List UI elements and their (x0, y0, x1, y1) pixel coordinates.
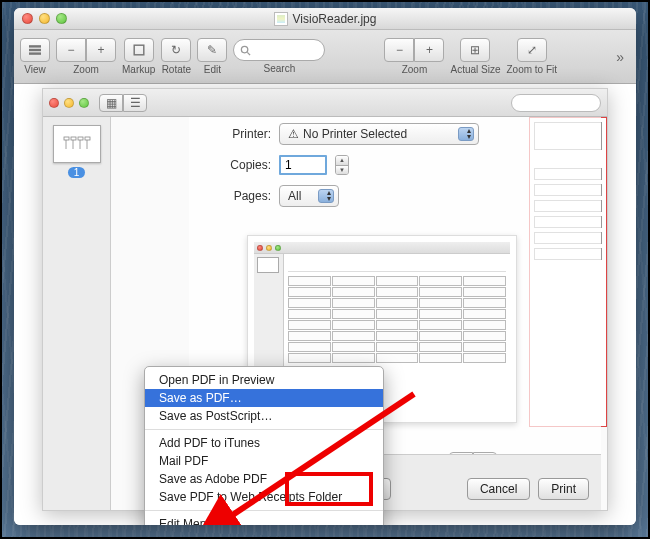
view-button[interactable] (20, 38, 50, 62)
edit-label: Edit (204, 64, 221, 75)
sub-zoom-button[interactable] (79, 98, 89, 108)
zoom-to-fit-label: Zoom to Fit (507, 64, 558, 75)
markup-button[interactable] (124, 38, 154, 62)
copies-input[interactable] (279, 155, 327, 175)
menu-edit-menu[interactable]: Edit Menu… (145, 515, 383, 525)
pages-value: All (288, 189, 301, 203)
zoom-out-button[interactable]: − (56, 38, 86, 62)
toolbar-search[interactable] (233, 39, 325, 61)
overflow-chevron-icon[interactable]: » (616, 49, 630, 65)
menu-open-pdf-preview[interactable]: Open PDF in Preview (145, 371, 383, 389)
markup-label: Markup (122, 64, 155, 75)
stepper-down-icon: ▼ (336, 166, 348, 175)
svg-rect-3 (134, 45, 144, 55)
sub-toolbar: ▦ ☰ View Search (43, 89, 607, 117)
actual-size-label: Actual Size (450, 64, 500, 75)
thumbnail-page-number: 1 (68, 167, 86, 178)
copies-stepper[interactable]: ▲▼ (335, 155, 349, 175)
svg-rect-6 (64, 137, 69, 140)
content-area: ▦ ☰ View Search 1 (14, 84, 636, 525)
zoom-to-fit-button[interactable]: ⤢ (517, 38, 547, 62)
file-icon (274, 12, 288, 26)
stepper-up-icon: ▲ (336, 156, 348, 166)
warning-icon: ⚠ (288, 127, 299, 141)
zoom-button[interactable] (56, 13, 67, 24)
svg-rect-8 (78, 137, 83, 140)
preview-app-window: VisioReader.jpg View − + Zoom Markup ↻ R… (14, 8, 636, 525)
thumbnail-sidebar: 1 (43, 117, 111, 510)
zoom-label: Zoom (73, 64, 99, 75)
printer-label: Printer: (219, 127, 271, 141)
pdf-context-menu: Open PDF in Preview Save as PDF… Save as… (144, 366, 384, 525)
svg-rect-9 (85, 137, 90, 140)
sub-search-field[interactable] (511, 94, 601, 112)
minimize-button[interactable] (39, 13, 50, 24)
close-button[interactable] (22, 13, 33, 24)
view-label: View (24, 64, 46, 75)
window-title: VisioReader.jpg (293, 12, 377, 26)
titlebar: VisioReader.jpg (14, 8, 636, 30)
zoom-in-button-2[interactable]: + (414, 38, 444, 62)
menu-add-pdf-itunes[interactable]: Add PDF to iTunes (145, 434, 383, 452)
svg-rect-2 (29, 52, 41, 54)
menu-save-as-postscript[interactable]: Save as PostScript… (145, 407, 383, 425)
menu-save-as-pdf[interactable]: Save as PDF… (145, 389, 383, 407)
search-label: Search (264, 63, 296, 74)
rotate-button[interactable]: ↻ (161, 38, 191, 62)
print-button[interactable]: Print (538, 478, 589, 500)
menu-save-adobe-pdf[interactable]: Save as Adobe PDF (145, 470, 383, 488)
actual-size-button[interactable]: ⊞ (460, 38, 490, 62)
zoom-label-2: Zoom (402, 64, 428, 75)
svg-rect-0 (29, 45, 41, 47)
printer-value: No Printer Selected (303, 127, 407, 141)
main-toolbar: View − + Zoom Markup ↻ Rotate ✎ Edit Sea… (14, 30, 636, 84)
zoom-in-button[interactable]: + (86, 38, 116, 62)
sub-minimize-button[interactable] (64, 98, 74, 108)
svg-rect-1 (29, 49, 41, 51)
printer-dropdown[interactable]: ⚠ No Printer Selected ▴▾ (279, 123, 479, 145)
menu-mail-pdf[interactable]: Mail PDF (145, 452, 383, 470)
zoom-out-button-2[interactable]: − (384, 38, 414, 62)
page-thumbnail-1[interactable] (53, 125, 101, 163)
rotate-label: Rotate (162, 64, 191, 75)
menu-separator (145, 510, 383, 511)
sub-view-mode-2[interactable]: ☰ (123, 94, 147, 112)
edit-button[interactable]: ✎ (197, 38, 227, 62)
menu-save-web-receipts[interactable]: Save PDF to Web Receipts Folder (145, 488, 383, 506)
svg-line-5 (248, 52, 251, 55)
menu-separator (145, 429, 383, 430)
pages-dropdown[interactable]: All ▴▾ (279, 185, 339, 207)
sub-close-button[interactable] (49, 98, 59, 108)
cancel-button[interactable]: Cancel (467, 478, 530, 500)
svg-rect-7 (71, 137, 76, 140)
copies-label: Copies: (219, 158, 271, 172)
svg-point-4 (242, 46, 248, 52)
sub-view-mode-1[interactable]: ▦ (99, 94, 123, 112)
pages-label: Pages: (219, 189, 271, 203)
